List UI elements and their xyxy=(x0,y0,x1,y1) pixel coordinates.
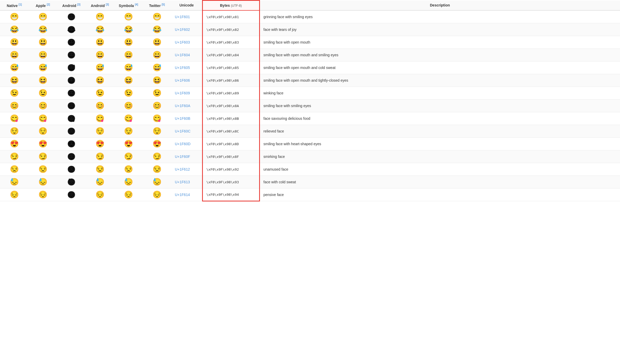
unicode-value[interactable]: U+1F601 xyxy=(171,10,202,23)
apple-emoji: 😃 xyxy=(29,36,57,49)
symbola-emoji: 😏 xyxy=(114,150,143,163)
native-emoji: 😏 xyxy=(0,150,29,163)
description-text: face with cold sweat xyxy=(259,176,620,188)
native-emoji: 😋 xyxy=(0,112,29,125)
header-bytes: Bytes (UTF-8) xyxy=(202,1,259,11)
unicode-value[interactable]: U+1F604 xyxy=(171,49,202,61)
table-row: 😆😆😆😆😆😆U+1F606\xF0\x9F\x98\x86smiling fac… xyxy=(0,74,620,87)
unicode-value[interactable]: U+1F609 xyxy=(171,87,202,100)
unicode-value[interactable]: U+1F606 xyxy=(171,74,202,87)
bytes-value: \xF0\x9F\x98\x92 xyxy=(202,163,259,176)
bytes-value: \xF0\x9F\x98\x89 xyxy=(202,87,259,100)
header-description: Description xyxy=(259,1,620,11)
symbola-emoji: 😌 xyxy=(114,125,143,138)
bytes-value: \xF0\x9F\x98\x83 xyxy=(202,36,259,49)
apple-emoji: 😉 xyxy=(29,87,57,100)
apple-emoji: 😏 xyxy=(29,150,57,163)
native-emoji: 😊 xyxy=(0,100,29,112)
apple-emoji: 😅 xyxy=(29,61,57,74)
unicode-value[interactable]: U+1F60A xyxy=(171,100,202,112)
native-emoji: 😃 xyxy=(0,36,29,49)
description-text: smirking face xyxy=(259,150,620,163)
android2-emoji: 😆 xyxy=(86,74,114,87)
table-row: 😏😏😏😏😏😏U+1F60F\xF0\x9F\x98\x8Fsmirking fa… xyxy=(0,150,620,163)
twitter-emoji: 😉 xyxy=(143,87,171,100)
table-row: 😄😄😄😄😄😄U+1F604\xF0\x9F\x98\x84smiling fac… xyxy=(0,49,620,61)
android1-emoji: 😓 xyxy=(57,176,86,188)
unicode-value[interactable]: U+1F614 xyxy=(171,188,202,201)
android2-emoji: 😍 xyxy=(86,138,114,150)
android2-emoji: 😓 xyxy=(86,176,114,188)
android1-emoji: 😅 xyxy=(57,61,86,74)
twitter-emoji: 😄 xyxy=(143,49,171,61)
table-row: 😉😉😉😉😉😉U+1F609\xF0\x9F\x98\x89winking fac… xyxy=(0,87,620,100)
description-text: smiling face with smiling eyes xyxy=(259,100,620,112)
twitter-emoji: 😅 xyxy=(143,61,171,74)
unicode-value[interactable]: U+1F605 xyxy=(171,61,202,74)
apple-emoji: 😌 xyxy=(29,125,57,138)
android2-emoji: 😂 xyxy=(86,23,114,36)
bytes-value: \xF0\x9F\x98\x8C xyxy=(202,125,259,138)
twitter-emoji: 😆 xyxy=(143,74,171,87)
twitter-emoji: 😃 xyxy=(143,36,171,49)
symbola-emoji: 😓 xyxy=(114,176,143,188)
symbola-emoji: 😅 xyxy=(114,61,143,74)
twitter-emoji: 😋 xyxy=(143,112,171,125)
native-emoji: 😔 xyxy=(0,188,29,201)
header-unicode: Unicode xyxy=(171,1,202,11)
symbola-emoji: 😔 xyxy=(114,188,143,201)
symbola-emoji: 😋 xyxy=(114,112,143,125)
apple-emoji: 😂 xyxy=(29,23,57,36)
android1-emoji: 😍 xyxy=(57,138,86,150)
header-apple: Apple [2] xyxy=(29,1,57,11)
bytes-value: \xF0\x9F\x98\x93 xyxy=(202,176,259,188)
twitter-emoji: 😊 xyxy=(143,100,171,112)
android1-emoji: 😌 xyxy=(57,125,86,138)
table-row: 😂😂😂😂😂😂U+1F602\xF0\x9F\x98\x82face with t… xyxy=(0,23,620,36)
unicode-value[interactable]: U+1F613 xyxy=(171,176,202,188)
apple-emoji: 😊 xyxy=(29,100,57,112)
unicode-value[interactable]: U+1F602 xyxy=(171,23,202,36)
android1-emoji: 😋 xyxy=(57,112,86,125)
description-text: smiling face with open mouth and tightly… xyxy=(259,74,620,87)
description-text: smiling face with heart-shaped eyes xyxy=(259,138,620,150)
description-text: pensive face xyxy=(259,188,620,201)
symbola-emoji: 😁 xyxy=(114,10,143,23)
android2-emoji: 😄 xyxy=(86,49,114,61)
table-row: 😃😃😃😃😃😃U+1F603\xF0\x9F\x98\x83smiling fac… xyxy=(0,36,620,49)
unicode-value[interactable]: U+1F60B xyxy=(171,112,202,125)
description-text: smiling face with open mouth and smiling… xyxy=(259,49,620,61)
unicode-value[interactable]: U+1F60F xyxy=(171,150,202,163)
native-emoji: 😅 xyxy=(0,61,29,74)
native-emoji: 😉 xyxy=(0,87,29,100)
unicode-value[interactable]: U+1F60D xyxy=(171,138,202,150)
table-row: 😅😅😅😅😅😅U+1F605\xF0\x9F\x98\x85smiling fac… xyxy=(0,61,620,74)
description-text: grinning face with smiling eyes xyxy=(259,10,620,23)
symbola-emoji: 😍 xyxy=(114,138,143,150)
apple-emoji: 😄 xyxy=(29,49,57,61)
android1-emoji: 😏 xyxy=(57,150,86,163)
unicode-value[interactable]: U+1F612 xyxy=(171,163,202,176)
unicode-value[interactable]: U+1F603 xyxy=(171,36,202,49)
android1-emoji: 😔 xyxy=(57,188,86,201)
symbola-emoji: 😒 xyxy=(114,163,143,176)
table-row: 😔😔😔😔😔😔U+1F614\xF0\x9F\x98\x94pensive fac… xyxy=(0,188,620,201)
twitter-emoji: 😔 xyxy=(143,188,171,201)
table-row: 😁😁😁😁😁😁U+1F601\xF0\x9F\x98\x81grinning fa… xyxy=(0,10,620,23)
symbola-emoji: 😆 xyxy=(114,74,143,87)
android2-emoji: 😁 xyxy=(86,10,114,23)
native-emoji: 😂 xyxy=(0,23,29,36)
android2-emoji: 😃 xyxy=(86,36,114,49)
twitter-emoji: 😍 xyxy=(143,138,171,150)
apple-emoji: 😁 xyxy=(29,10,57,23)
native-emoji: 😒 xyxy=(0,163,29,176)
apple-emoji: 😓 xyxy=(29,176,57,188)
bytes-value: \xF0\x9F\x98\x94 xyxy=(202,188,259,201)
android1-emoji: 😉 xyxy=(57,87,86,100)
android2-emoji: 😏 xyxy=(86,150,114,163)
android1-emoji: 😂 xyxy=(57,23,86,36)
android2-emoji: 😔 xyxy=(86,188,114,201)
android2-emoji: 😌 xyxy=(86,125,114,138)
description-text: unamused face xyxy=(259,163,620,176)
unicode-value[interactable]: U+1F60C xyxy=(171,125,202,138)
